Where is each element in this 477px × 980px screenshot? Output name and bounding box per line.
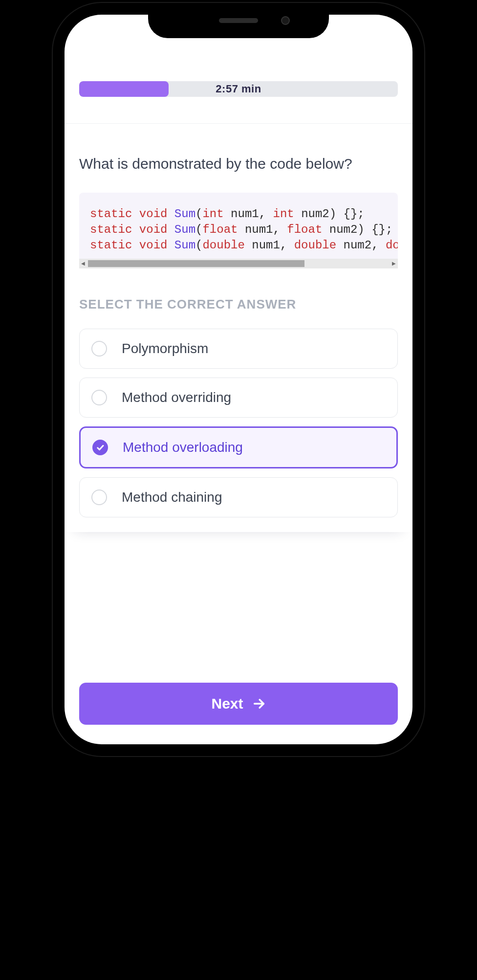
arrow-right-icon <box>252 697 266 711</box>
stage: 2:57 min What is demonstrated by the cod… <box>0 0 477 980</box>
answer-option[interactable]: Method chaining <box>79 477 398 517</box>
question-card: What is demonstrated by the code below? … <box>65 124 412 532</box>
app-content: 2:57 min What is demonstrated by the cod… <box>65 15 412 744</box>
phone-notch <box>148 3 329 38</box>
front-camera-icon <box>281 16 290 25</box>
code-scroll-viewport[interactable]: static void Sum(int num1, int num2) {}; … <box>79 193 398 259</box>
timer-progress-fill <box>79 81 169 97</box>
next-button-label: Next <box>211 695 243 712</box>
code-content: static void Sum(int num1, int num2) {}; … <box>90 206 387 254</box>
scroll-left-arrow-icon[interactable]: ◀ <box>81 261 85 266</box>
horizontal-scrollbar[interactable]: ◀ ▶ <box>79 259 398 268</box>
radio-unchecked-icon <box>91 490 107 505</box>
radio-unchecked-icon <box>91 390 107 405</box>
answer-option-label: Polymorphism <box>122 341 208 356</box>
timer-label: 2:57 min <box>216 83 261 95</box>
code-block: static void Sum(int num1, int num2) {}; … <box>79 193 398 268</box>
radio-checked-icon <box>92 440 108 455</box>
screen: 2:57 min What is demonstrated by the cod… <box>65 15 412 744</box>
speaker-icon <box>219 18 258 23</box>
answer-options: PolymorphismMethod overridingMethod over… <box>79 329 398 517</box>
next-button[interactable]: Next <box>79 683 398 725</box>
timer-progress-bar: 2:57 min <box>79 81 398 97</box>
scroll-right-arrow-icon[interactable]: ▶ <box>392 261 396 266</box>
answer-option-label: Method overloading <box>123 440 243 455</box>
answer-option[interactable]: Polymorphism <box>79 329 398 369</box>
answer-option-label: Method chaining <box>122 490 222 505</box>
answer-option-label: Method overriding <box>122 390 231 405</box>
radio-unchecked-icon <box>91 341 107 356</box>
phone-frame: 2:57 min What is demonstrated by the cod… <box>53 3 424 756</box>
footer: Next <box>79 683 398 725</box>
question-body: What is demonstrated by the code below? … <box>79 124 398 517</box>
question-text: What is demonstrated by the code below? <box>79 154 398 174</box>
answer-prompt: SELECT THE CORRECT ANSWER <box>79 297 398 312</box>
answer-option[interactable]: Method overriding <box>79 378 398 418</box>
answer-option[interactable]: Method overloading <box>79 426 398 468</box>
scrollbar-thumb[interactable] <box>88 260 304 267</box>
